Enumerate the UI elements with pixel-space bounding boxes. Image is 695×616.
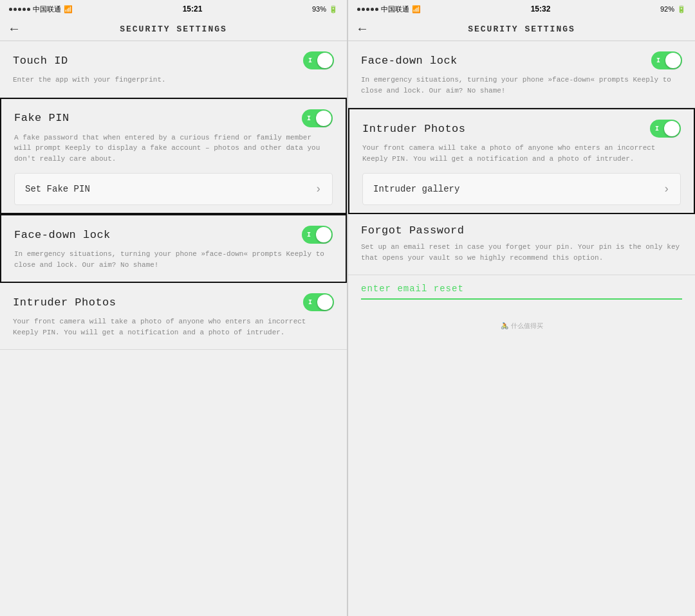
intruder-title: Intruder Photos [13,296,116,309]
intruder-toggle[interactable] [303,293,334,311]
section-face-down-lock: Face-down lock In emergency situations, … [0,214,347,283]
signal-dots [9,8,30,11]
watermark: 🚴 什么值得买 [493,318,551,334]
section-forgot-row: Forgot Password [361,224,682,237]
signal-dot-r [357,8,360,11]
intruder-gallery-label: Intruder gallery [373,184,459,194]
signal-dot-r [362,8,365,11]
forgot-password-title: Forgot Password [361,224,465,237]
face-down-2-desc: In emergency situations, turning your ph… [361,75,682,96]
toggle-knob-intruder-2 [664,121,680,136]
section-touch-id: Touch ID Enter the app with your fingerp… [0,41,347,98]
wifi-icon-right: 📶 [412,5,421,14]
wifi-icon: 📶 [64,5,73,14]
header-left: ← SECURITY SETTINGS [0,18,347,41]
signal-dots-right [357,8,378,11]
status-bar-left: 中国联通 📶 15:21 93%🔋 [0,0,347,18]
signal-dot [27,8,30,11]
carrier-label: 中国联通 [33,5,61,14]
status-right-right: 92%🔋 [660,5,686,14]
toggle-knob [317,53,333,68]
status-right: 93%🔋 [312,5,338,14]
section-forgot-password: Forgot Password Set up an email reset in… [348,214,695,275]
section-face-down-row: Face-down lock [14,226,333,244]
watermark-icon: 🚴 [501,322,508,330]
back-button-right[interactable]: ← [358,22,366,37]
forgot-password-desc: Set up an email reset in case you forget… [361,242,682,263]
email-reset-placeholder[interactable]: enter email reset [361,284,464,294]
section-touch-id-row: Touch ID [13,51,334,69]
time-display: 15:21 [183,5,203,14]
toggle-knob-fake-pin [316,111,331,126]
panel-right: 中国联通 📶 15:32 92%🔋 ← SECURITY SETTINGS Fa… [348,0,695,616]
touch-id-toggle[interactable] [303,51,334,69]
face-down-2-title: Face-down lock [361,55,458,67]
battery-label-right: 92% [660,5,674,13]
intruder-2-title: Intruder Photos [362,123,466,135]
toggle-knob-face-down-2 [665,53,681,68]
face-down-title: Face-down lock [14,229,111,241]
email-reset-section: enter email reset [348,275,695,310]
intruder-desc: Your front camera will take a photo of a… [13,316,334,338]
section-face-down-2: Face-down lock In emergency situations, … [348,41,695,108]
section-fake-pin: Fake PIN A fake password that when enter… [0,98,347,215]
time-display-right: 15:32 [531,5,551,14]
status-left-right: 中国联通 📶 [357,5,421,14]
toggle-knob-intruder [317,294,333,310]
signal-dot [23,8,26,11]
fake-pin-toggle[interactable] [302,109,333,127]
face-down-2-toggle[interactable] [651,51,682,69]
email-input-row[interactable]: enter email reset [361,279,682,300]
back-button[interactable]: ← [10,22,18,37]
panel-left: 中国联通 📶 15:21 93%🔋 ← SECURITY SETTINGS To… [0,0,348,616]
toggle-knob-face-down [316,227,331,242]
content-left: Touch ID Enter the app with your fingerp… [0,41,347,616]
bottom-icon-area: 🚴 什么值得买 [348,310,695,342]
face-down-desc: In emergency situations, turning your ph… [14,249,333,270]
fake-pin-desc: A fake password that when entered by a c… [14,132,333,165]
watermark-text: 什么值得买 [511,322,543,331]
header-right: ← SECURITY SETTINGS [348,18,695,41]
page-title-right: SECURITY SETTINGS [468,24,575,34]
intruder-2-desc: Your front camera will take a photo of a… [362,143,681,164]
section-fake-pin-row: Fake PIN [14,109,333,127]
section-intruder-row: Intruder Photos [13,293,334,311]
chevron-gallery-icon: › [663,183,670,195]
status-left: 中国联通 📶 [9,5,73,14]
carrier-label-right: 中国联通 [381,5,409,14]
signal-dot-r [375,8,378,11]
face-down-toggle[interactable] [302,226,333,244]
fake-pin-title: Fake PIN [14,112,70,124]
section-face-down-2-row: Face-down lock [361,51,682,69]
chevron-right-icon: › [315,183,322,195]
signal-dot-r [371,8,374,11]
touch-id-title: Touch ID [13,55,68,67]
content-right: Face-down lock In emergency situations, … [348,41,695,616]
page-title-left: SECURITY SETTINGS [120,24,227,34]
intruder-gallery-button[interactable]: Intruder gallery › [362,173,681,205]
signal-dot-r [366,8,369,11]
signal-dot [14,8,17,11]
set-fake-pin-button[interactable]: Set Fake PIN › [14,173,333,205]
section-intruder-photos-2: Intruder Photos Your front camera will t… [348,108,695,214]
section-intruder-photos: Intruder Photos Your front camera will t… [0,283,347,350]
touch-id-desc: Enter the app with your fingerprint. [13,75,334,86]
intruder-2-toggle[interactable] [650,120,681,138]
status-bar-right: 中国联通 📶 15:32 92%🔋 [348,0,695,18]
signal-dot [18,8,21,11]
battery-label: 93% [312,5,326,13]
signal-dot [9,8,12,11]
section-intruder-2-row: Intruder Photos [362,120,681,138]
set-fake-pin-label: Set Fake PIN [25,184,90,194]
